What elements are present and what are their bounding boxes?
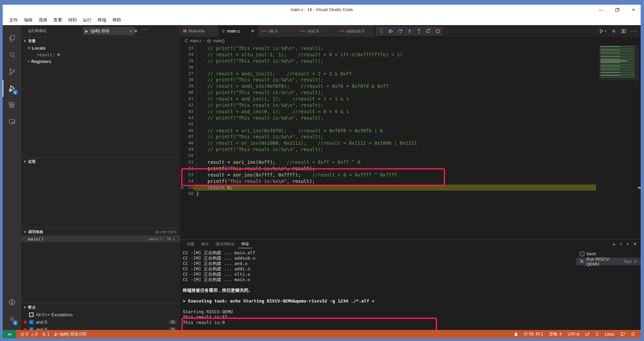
run-and-debug-icon[interactable]: 1 xyxy=(3,80,21,97)
stop-icon[interactable] xyxy=(433,27,442,36)
code-line-51[interactable]: 51 result = xori_ins(0xff); //result = 0… xyxy=(180,159,641,165)
step-into-icon[interactable] xyxy=(405,27,414,36)
code-line-36[interactable]: 36 xyxy=(180,64,641,71)
code-line-33[interactable]: 33 // printf("This result is:%d\n", resu… xyxy=(180,45,641,52)
breakpoints-header[interactable]: ∨ 断点 xyxy=(21,303,180,311)
menu-item[interactable]: 编辑 xyxy=(21,16,36,24)
code-line-50[interactable]: 50 xyxy=(180,153,641,159)
code-line-45[interactable]: 45 xyxy=(180,121,641,128)
split-editor-icon[interactable] xyxy=(621,29,626,33)
more-actions-icon[interactable]: ··· xyxy=(142,26,148,32)
notifications-bell-icon[interactable] xyxy=(631,332,635,336)
debug-config-dropdown[interactable]: ▶ (gdb) 启动 ∨ xyxy=(83,27,135,35)
code-line-43[interactable]: 43 // result = and_ins(0, 1); //result =… xyxy=(180,109,641,115)
terminal-dropdown-icon[interactable]: ∨ xyxy=(620,242,622,246)
code-line-48[interactable]: 48 // result = or_ins(0x1000, 0x1111); /… xyxy=(180,140,641,146)
menu-item[interactable]: 选择 xyxy=(36,16,50,24)
start-debug-icon[interactable]: ▶ xyxy=(85,29,88,33)
restore-button[interactable] xyxy=(615,8,620,12)
code-line-47[interactable]: 47 // printf("This result is:%x\n", resu… xyxy=(180,134,641,140)
variables-header[interactable]: ∨ 变量 xyxy=(21,37,180,45)
cursor-position[interactable]: 行 55, 列 1 xyxy=(524,331,543,337)
encoding[interactable]: UTF-8 xyxy=(568,332,579,337)
close-panel-icon[interactable]: ✕ xyxy=(633,242,637,246)
breakpoint-row[interactable]: ✓and.S29 xyxy=(21,326,180,330)
code-line-34[interactable]: 34 // result = sltu_ins(-2, 1); //result… xyxy=(180,52,641,58)
close-button[interactable]: ✕ xyxy=(632,8,635,12)
explorer-icon[interactable] xyxy=(3,30,21,47)
breakpoint-row[interactable]: All C++ Exceptions xyxy=(21,311,180,318)
eol[interactable]: LF xyxy=(585,332,590,337)
code-line-40[interactable]: 40 // printf("This result is:%x\n", resu… xyxy=(180,89,641,96)
code-line-41[interactable]: 41 // result = and_ins(1, 1); //result =… xyxy=(180,96,641,102)
menu-item[interactable]: 运行 xyxy=(80,16,95,24)
variable-row[interactable]: result: 0 xyxy=(21,51,180,58)
menu-item[interactable]: 转到 xyxy=(65,16,80,24)
language-mode[interactable]: C xyxy=(596,332,599,337)
step-over-icon[interactable] xyxy=(396,27,404,36)
breadcrumb[interactable]: C main.c › main() xyxy=(180,37,641,45)
extensions-icon[interactable] xyxy=(3,97,21,114)
search-icon[interactable] xyxy=(3,47,21,63)
panel-tab-终端[interactable]: 终端 xyxy=(238,240,253,248)
locals-node[interactable]: ∨ Locals xyxy=(21,45,180,51)
new-terminal-icon[interactable]: + xyxy=(612,241,615,247)
code-line-44[interactable]: 44 // printf("This result is:%d\n", resu… xyxy=(180,115,641,121)
code-line-42[interactable]: 42 // printf("This result is:%d\n", resu… xyxy=(180,102,641,109)
terminal-output[interactable]: CC -[M] 正在构建 ... main.elfCC -[M] 正在构建 ..… xyxy=(180,248,576,330)
menu-item[interactable]: 查看 xyxy=(50,16,65,24)
task-indicator[interactable]: 1 xyxy=(42,332,50,337)
panel-tab-问题[interactable]: 问题 xyxy=(183,240,198,248)
breakpoint-checkbox[interactable]: ✓ xyxy=(29,327,34,330)
code-line-38[interactable]: 38 // printf("This result is:%d\n", resu… xyxy=(180,77,641,83)
breakpoint-checkbox[interactable]: ✓ xyxy=(29,320,34,324)
menu-item[interactable]: 文件 xyxy=(6,16,21,24)
debug-settings-gear-icon[interactable] xyxy=(133,28,138,33)
feedback-icon[interactable] xyxy=(621,332,625,336)
breakpoint-checkbox[interactable] xyxy=(29,313,34,317)
code-line-56[interactable]: 56} xyxy=(180,191,641,197)
toolbar-grip-icon[interactable] xyxy=(377,27,385,36)
indentation[interactable]: 空格: 4 xyxy=(549,331,561,337)
remote-explorer-icon[interactable] xyxy=(3,114,21,130)
more-actions-icon[interactable]: ··· xyxy=(631,28,637,34)
stack-frame-row[interactable]: main() main.c 55:1 xyxy=(21,235,180,242)
close-tab-icon[interactable]: ✕ xyxy=(251,28,255,33)
account-icon[interactable] xyxy=(3,294,21,311)
menu-item[interactable]: 终端 xyxy=(95,16,109,24)
code-line-37[interactable]: 37 // result = andi_ins(2); //result = 2… xyxy=(180,71,641,77)
breakpoint-row[interactable]: ✓and.S24 xyxy=(21,318,180,326)
flame-icon[interactable] xyxy=(514,332,518,336)
minimize-button[interactable]: — xyxy=(599,8,603,12)
editor-tab-slti.S[interactable]: ASMslti.S xyxy=(258,25,297,37)
editor-tab-main.c[interactable]: Cmain.c✕ xyxy=(219,25,258,37)
problems-indicator[interactable]: 0 △ 0 xyxy=(20,332,38,337)
debug-session-indicator[interactable]: (gdb) 启动 (16) xyxy=(54,331,87,337)
call-stack-header[interactable]: ∨ 调用堆栈 因 STEP 已暂停 xyxy=(21,228,180,235)
maximize-panel-icon[interactable]: ∧ xyxy=(627,242,629,246)
editor-tab-Makefile[interactable]: MMakefile xyxy=(180,25,219,37)
os-indicator[interactable]: Linux xyxy=(605,332,614,337)
remote-indicator[interactable]: >< xyxy=(3,330,16,338)
editor-tab-addsub.S[interactable]: ASMaddsub.S xyxy=(336,25,375,37)
gear-icon[interactable] xyxy=(611,29,616,33)
panel-tab-输出[interactable]: 输出 xyxy=(198,240,212,248)
source-control-icon[interactable] xyxy=(3,63,21,80)
restart-icon[interactable] xyxy=(424,27,432,36)
menu-item[interactable]: 帮助 xyxy=(109,16,124,24)
registers-node[interactable]: > Registers xyxy=(21,58,180,65)
code-line-35[interactable]: 35 // printf("This result is:%d\n", resu… xyxy=(180,58,641,64)
panel-tab-调试控制台[interactable]: 调试控制台 xyxy=(212,240,238,248)
terminal-list-item[interactable]: Run RISCV-QEMUTask✓ xyxy=(576,258,641,265)
settings-gear-icon[interactable]: 1 xyxy=(3,311,21,327)
editor-tab-and.S[interactable]: ASMand.S xyxy=(297,25,336,37)
code-line-46[interactable]: 46 // result = ori_ins(0xf0f0); //result… xyxy=(180,128,641,134)
code-line-49[interactable]: 49 // printf("This result is:%x\n", resu… xyxy=(180,146,641,153)
run-file-icon[interactable]: ∨ xyxy=(599,29,606,33)
code-line-39[interactable]: 39 // result = andi_ins(0xf0f0); //resul… xyxy=(180,83,641,89)
step-out-icon[interactable] xyxy=(415,27,423,36)
continue-icon[interactable] xyxy=(386,27,395,36)
code-editor[interactable]: 33 // printf("This result is:%d\n", resu… xyxy=(180,45,641,239)
watch-header[interactable]: ∨ 监视 xyxy=(21,157,180,165)
minimap[interactable] xyxy=(599,45,639,80)
